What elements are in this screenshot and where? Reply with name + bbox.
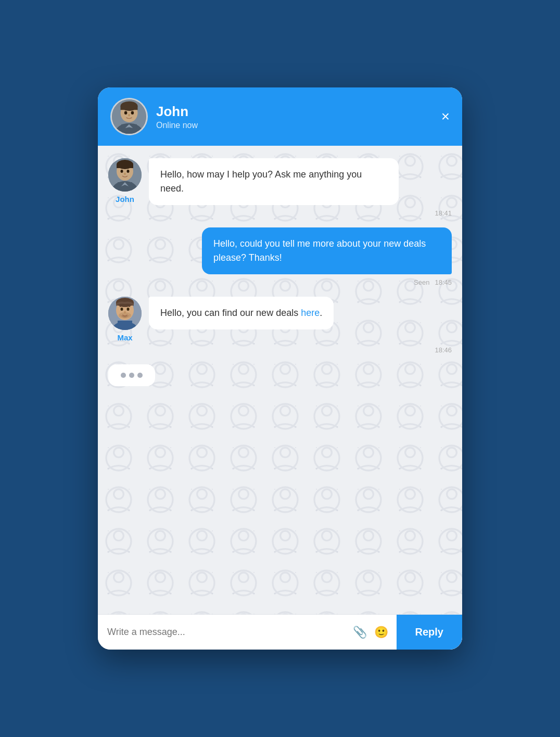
typing-indicator xyxy=(108,364,155,386)
chat-widget: John Online now × xyxy=(98,87,462,650)
message-seen: Seen xyxy=(414,278,429,286)
header-name: John xyxy=(156,104,433,120)
svg-point-9 xyxy=(128,114,130,117)
typing-dot-3 xyxy=(137,373,143,378)
chat-header: John Online now × xyxy=(98,87,462,146)
reply-button[interactable]: Reply xyxy=(397,615,462,650)
sender-avatar-wrap-max: Max xyxy=(108,297,142,342)
header-status: Online now xyxy=(156,121,433,130)
message-time-1: 18:41 xyxy=(435,209,452,217)
svg-rect-22 xyxy=(118,321,132,330)
message-meta-2: Seen 18:45 xyxy=(108,278,452,286)
message-meta-3: 18:46 xyxy=(108,346,452,354)
message-bubble-2: Hello, could you tell me more about your… xyxy=(202,227,452,274)
message-time-2: 18:45 xyxy=(435,278,452,286)
svg-point-8 xyxy=(131,111,134,114)
message-time-3: 18:46 xyxy=(435,346,452,354)
svg-point-27 xyxy=(121,308,123,311)
svg-rect-6 xyxy=(121,106,138,110)
message-row-sent: Hello, could you tell me more about your… xyxy=(108,227,452,274)
svg-point-18 xyxy=(127,170,130,173)
close-button[interactable]: × xyxy=(441,109,450,124)
message-text-after: . xyxy=(320,308,322,318)
typing-dot-1 xyxy=(121,373,126,378)
emoji-icon[interactable]: 🙂 xyxy=(374,626,388,639)
chat-input-area: 📎 🙂 Reply xyxy=(98,614,462,650)
message-bubble-1: Hello, how may I help you? Ask me anythi… xyxy=(149,158,399,205)
message-text-2: Hello, could you tell me more about your… xyxy=(213,238,426,263)
svg-point-7 xyxy=(124,111,128,114)
typing-dot-2 xyxy=(129,373,134,378)
svg-point-29 xyxy=(124,311,126,314)
attachment-icon[interactable]: 📎 xyxy=(353,626,367,639)
message-text-before: Hello, you can find our new deals xyxy=(160,308,301,318)
header-info: John Online now xyxy=(156,104,433,130)
svg-point-28 xyxy=(127,308,130,311)
chat-body: John Hello, how may I help you? Ask me a… xyxy=(98,146,462,614)
message-row-max: Max Hello, you can find our new deals he… xyxy=(108,297,452,342)
sender-name-max: Max xyxy=(117,333,132,342)
sender-name-john: John xyxy=(116,195,134,204)
svg-rect-16 xyxy=(117,164,133,168)
message-link[interactable]: here xyxy=(301,308,320,318)
input-icons: 📎 🙂 xyxy=(345,626,397,639)
message-row: John Hello, how may I help you? Ask me a… xyxy=(108,158,452,205)
svg-point-17 xyxy=(121,170,123,173)
john-avatar xyxy=(108,158,142,192)
header-avatar xyxy=(110,98,148,135)
message-meta-1: 18:41 xyxy=(108,209,452,217)
sender-avatar-wrap: John xyxy=(108,158,142,204)
max-avatar xyxy=(108,297,142,330)
message-bubble-3: Hello, you can find our new deals here. xyxy=(149,297,334,329)
message-text-1: Hello, how may I help you? Ask me anythi… xyxy=(160,169,362,194)
svg-point-19 xyxy=(124,173,126,175)
message-input[interactable] xyxy=(98,615,345,649)
